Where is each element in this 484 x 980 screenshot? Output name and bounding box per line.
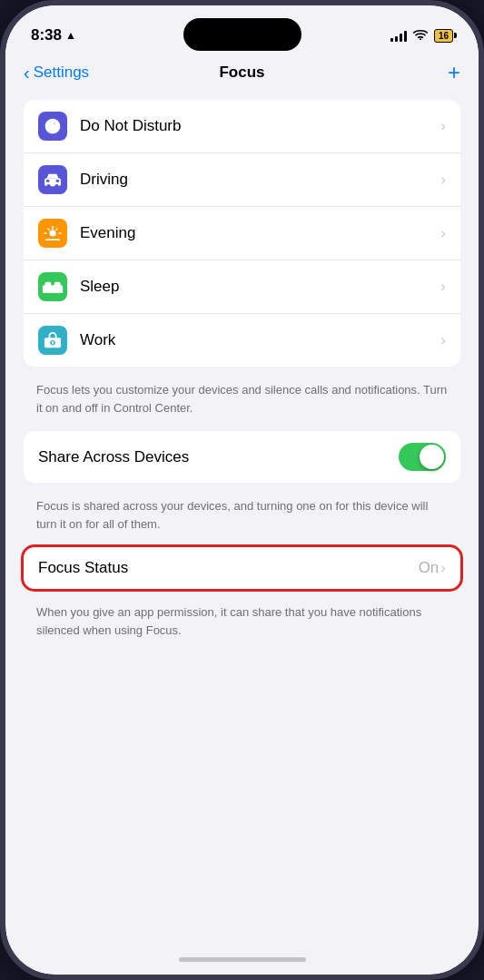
evening-row[interactable]: Evening › — [24, 207, 460, 260]
do-not-disturb-chevron-icon: › — [440, 117, 446, 135]
do-not-disturb-icon — [38, 112, 67, 141]
focus-status-row[interactable]: Focus Status On › — [24, 547, 460, 589]
add-button[interactable]: + — [448, 62, 460, 83]
volume-down-button[interactable] — [0, 269, 4, 323]
focus-status-container: Focus Status On › — [24, 547, 460, 589]
page-title: Focus — [219, 64, 264, 82]
location-icon: ▲ — [65, 29, 76, 42]
work-label: Work — [80, 331, 440, 349]
signal-bar-1 — [390, 38, 393, 42]
sleep-row[interactable]: Sleep › — [24, 260, 460, 314]
signal-bar-2 — [395, 36, 398, 42]
evening-label: Evening — [80, 224, 440, 242]
signal-bars — [390, 30, 407, 42]
svg-point-0 — [420, 38, 421, 40]
power-button[interactable] — [480, 205, 484, 287]
time-label: 8:38 — [31, 26, 62, 44]
svg-rect-15 — [54, 282, 61, 287]
driving-label: Driving — [80, 171, 440, 189]
phone-screen: 8:38 ▲ — [5, 5, 479, 975]
evening-icon — [38, 219, 67, 248]
svg-rect-14 — [44, 282, 51, 287]
focus-status-right: On › — [419, 559, 446, 577]
svg-rect-4 — [46, 180, 50, 182]
signal-bar-4 — [404, 31, 407, 42]
signal-bar-3 — [400, 34, 402, 42]
work-row[interactable]: Work › — [24, 314, 460, 367]
phone-shell: 8:38 ▲ — [0, 0, 484, 980]
battery-level: 16 — [439, 31, 449, 41]
focus-status-label: Focus Status — [38, 559, 128, 577]
dynamic-island — [183, 18, 301, 51]
evening-chevron-icon: › — [440, 224, 446, 242]
svg-line-12 — [56, 229, 58, 230]
focus-description: Focus lets you customize your devices an… — [5, 374, 479, 431]
svg-rect-16 — [43, 291, 63, 293]
back-button[interactable]: ‹ Settings — [24, 63, 89, 83]
svg-line-11 — [48, 229, 50, 230]
sleep-chevron-icon: › — [440, 278, 446, 296]
share-devices-group: Share Across Devices — [24, 431, 460, 483]
status-right: 16 — [390, 28, 453, 43]
share-devices-label: Share Across Devices — [38, 448, 189, 466]
do-not-disturb-row[interactable]: Do Not Disturb › — [24, 100, 460, 153]
main-content: Do Not Disturb › Drivin — [5, 93, 479, 661]
focus-status-value: On — [419, 559, 440, 577]
focus-status-group: Focus Status On › — [24, 547, 460, 589]
svg-rect-5 — [56, 180, 60, 182]
back-chevron-icon: ‹ — [24, 63, 30, 83]
battery-indicator: 16 — [434, 29, 453, 43]
focus-items-group: Do Not Disturb › Drivin — [24, 100, 460, 367]
back-label: Settings — [34, 64, 89, 82]
focus-status-description: When you give an app permission, it can … — [5, 596, 479, 653]
share-devices-description: Focus is shared across your devices, and… — [5, 490, 479, 547]
driving-row[interactable]: Driving › — [24, 153, 460, 207]
share-devices-row: Share Across Devices — [24, 431, 460, 483]
status-time: 8:38 ▲ — [31, 26, 76, 44]
volume-up-button[interactable] — [0, 201, 4, 255]
focus-status-chevron-icon: › — [440, 559, 446, 577]
share-devices-toggle[interactable] — [399, 443, 446, 471]
sleep-label: Sleep — [80, 278, 440, 296]
work-chevron-icon: › — [440, 331, 446, 349]
driving-icon — [38, 165, 67, 194]
home-indicator[interactable] — [179, 957, 306, 962]
mute-button[interactable] — [0, 151, 4, 187]
do-not-disturb-label: Do Not Disturb — [80, 117, 440, 135]
wifi-icon — [413, 28, 428, 43]
driving-chevron-icon: › — [440, 171, 446, 189]
svg-point-6 — [49, 230, 55, 236]
work-icon — [38, 326, 67, 355]
sleep-icon — [38, 272, 67, 301]
toggle-knob — [420, 445, 444, 469]
nav-header: ‹ Settings Focus + — [5, 54, 479, 93]
